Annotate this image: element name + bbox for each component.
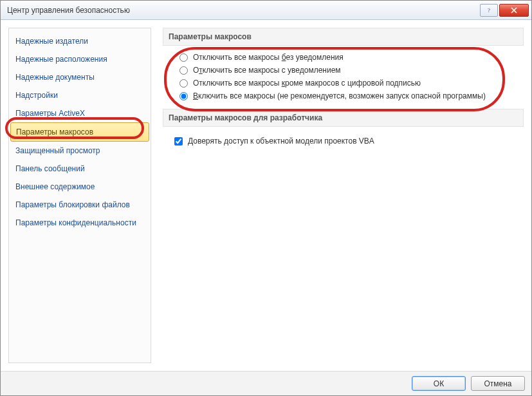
radio-disable-no-notify[interactable] <box>179 53 188 62</box>
radio-disable-except-signed[interactable] <box>179 79 188 88</box>
label-disable-no-notify: Отключить все макросы без уведомления <box>193 53 344 62</box>
main-panel: Параметры макросов Отключить все макросы… <box>163 28 524 363</box>
sidebar-item-protected-view[interactable]: Защищенный просмотр <box>9 142 151 160</box>
ok-button[interactable]: ОК <box>412 376 466 391</box>
sidebar-item-activex[interactable]: Параметры ActiveX <box>9 104 151 122</box>
svg-text:?: ? <box>488 7 490 14</box>
sidebar-item-message-bar[interactable]: Панель сообщений <box>9 160 151 178</box>
titlebar: Центр управления безопасностью ? <box>1 1 531 20</box>
dev-macro-block: Доверять доступ к объектной модели проек… <box>163 131 524 151</box>
checkbox-trust-vba[interactable] <box>174 137 183 146</box>
macro-option-disable-no-notify[interactable]: Отключить все макросы без уведомления <box>179 51 520 64</box>
section-dev-macro-header: Параметры макросов для разработчика <box>163 109 524 127</box>
help-button[interactable]: ? <box>480 4 498 17</box>
dialog-footer: ОК Отмена <box>1 371 531 395</box>
macro-option-enable-all[interactable]: Включить все макросы (не рекомендуется, … <box>179 90 520 102</box>
sidebar: Надежные издатели Надежные расположения … <box>8 28 151 363</box>
radio-enable-all[interactable] <box>179 92 188 100</box>
sidebar-item-macro-settings[interactable]: Параметры макросов <box>10 122 149 142</box>
label-disable-except-signed: Отключить все макросы кроме макросов с ц… <box>193 79 421 88</box>
trust-vba-row[interactable]: Доверять доступ к объектной модели проек… <box>174 135 520 147</box>
radio-disable-with-notify[interactable] <box>179 66 188 75</box>
label-trust-vba: Доверять доступ к объектной модели проек… <box>188 137 374 146</box>
sidebar-item-trusted-publishers[interactable]: Надежные издатели <box>9 32 151 50</box>
sidebar-item-trusted-locations[interactable]: Надежные расположения <box>9 50 151 68</box>
close-button[interactable] <box>499 4 529 17</box>
macro-radio-group: Отключить все макросы без уведомления От… <box>163 50 524 109</box>
dialog-body: Надежные издатели Надежные расположения … <box>1 20 531 371</box>
label-enable-all: Включить все макросы (не рекомендуется, … <box>193 91 486 100</box>
section-macro-settings-header: Параметры макросов <box>163 28 524 46</box>
sidebar-item-addins[interactable]: Надстройки <box>9 86 151 104</box>
cancel-button[interactable]: Отмена <box>471 376 525 391</box>
label-disable-with-notify: Отключить все макросы с уведомлением <box>193 66 341 75</box>
sidebar-item-external-content[interactable]: Внешнее содержимое <box>9 178 151 196</box>
macro-option-disable-with-notify[interactable]: Отключить все макросы с уведомлением <box>179 64 520 77</box>
window-title: Центр управления безопасностью <box>7 6 479 15</box>
sidebar-item-file-block[interactable]: Параметры блокировки файлов <box>9 196 151 214</box>
macro-option-disable-except-signed[interactable]: Отключить все макросы кроме макросов с ц… <box>179 77 520 90</box>
sidebar-item-trusted-documents[interactable]: Надежные документы <box>9 68 151 86</box>
sidebar-item-privacy[interactable]: Параметры конфиденциальности <box>9 214 151 232</box>
dialog-window: Центр управления безопасностью ? Надежны… <box>0 0 532 396</box>
